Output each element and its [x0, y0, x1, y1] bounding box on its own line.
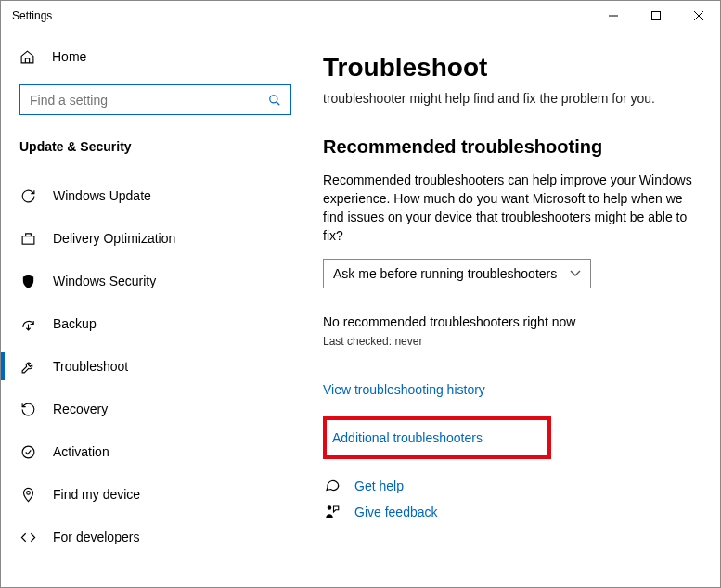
section-text: Recommended troubleshooters can help imp… — [323, 171, 692, 246]
chevron-down-icon — [570, 270, 581, 277]
developer-icon — [19, 530, 36, 545]
sidebar-item-label: Windows Security — [53, 274, 156, 288]
sidebar-item-label: Recovery — [53, 402, 108, 416]
sidebar-item-label: Delivery Optimization — [53, 231, 175, 246]
window-controls — [592, 1, 720, 31]
get-help-link[interactable]: Get help — [354, 479, 404, 493]
sync-icon — [19, 188, 36, 204]
delivery-icon — [19, 231, 36, 247]
backup-icon — [19, 316, 36, 332]
svg-point-4 — [270, 95, 277, 102]
sidebar-item-for-developers[interactable]: For developers — [1, 516, 310, 558]
svg-point-9 — [328, 505, 332, 510]
recovery-icon — [19, 402, 36, 417]
page-title: Troubleshoot — [323, 53, 692, 83]
search-input[interactable] — [30, 93, 268, 108]
sidebar-item-label: Troubleshoot — [53, 359, 128, 374]
status-text: No recommended troubleshooters right now — [323, 314, 692, 329]
last-checked-text: Last checked: never — [323, 335, 692, 348]
additional-troubleshooters-link[interactable]: Additional troubleshooters — [332, 430, 483, 445]
sidebar-item-windows-update[interactable]: Windows Update — [1, 174, 310, 217]
home-label: Home — [52, 49, 86, 64]
sidebar-item-label: For developers — [53, 530, 139, 544]
sidebar-item-label: Activation — [53, 444, 109, 459]
sidebar: Home Update & Security Windows Update De… — [1, 31, 310, 587]
category-header: Update & Security — [1, 115, 310, 161]
sidebar-item-find-my-device[interactable]: Find my device — [1, 473, 310, 516]
highlighted-box: Additional troubleshooters — [323, 416, 551, 459]
sidebar-item-troubleshoot[interactable]: Troubleshoot — [1, 345, 310, 388]
window-title: Settings — [12, 9, 52, 22]
maximize-button[interactable] — [635, 1, 677, 31]
sidebar-item-backup[interactable]: Backup — [1, 302, 310, 345]
get-help-row[interactable]: Get help — [323, 478, 692, 494]
give-feedback-link[interactable]: Give feedback — [354, 505, 438, 519]
shield-icon — [19, 274, 36, 289]
sidebar-item-activation[interactable]: Activation — [1, 430, 310, 473]
minimize-button[interactable] — [592, 1, 635, 31]
sidebar-item-label: Windows Update — [53, 188, 151, 203]
location-icon — [19, 487, 36, 503]
sidebar-item-windows-security[interactable]: Windows Security — [1, 260, 310, 302]
sidebar-item-recovery[interactable]: Recovery — [1, 388, 310, 430]
sidebar-item-label: Backup — [53, 316, 97, 331]
home-nav[interactable]: Home — [1, 36, 310, 77]
titlebar: Settings — [1, 1, 720, 31]
section-heading: Recommended troubleshooting — [323, 136, 692, 158]
svg-point-8 — [26, 491, 30, 494]
wrench-icon — [19, 359, 36, 375]
feedback-icon — [323, 504, 341, 520]
history-link[interactable]: View troubleshooting history — [323, 382, 485, 397]
svg-line-5 — [277, 101, 280, 105]
check-circle-icon — [19, 444, 36, 460]
sidebar-item-label: Find my device — [53, 487, 140, 502]
svg-rect-1 — [652, 12, 661, 20]
search-icon — [268, 94, 281, 107]
intro-text: troubleshooter might help find and fix t… — [323, 90, 692, 109]
give-feedback-row[interactable]: Give feedback — [323, 504, 692, 520]
svg-point-7 — [22, 446, 34, 458]
troubleshoot-preference-dropdown[interactable]: Ask me before running troubleshooters — [323, 259, 591, 288]
search-box[interactable] — [19, 84, 291, 115]
dropdown-value: Ask me before running troubleshooters — [333, 266, 557, 281]
home-icon — [19, 49, 35, 65]
sidebar-item-delivery-optimization[interactable]: Delivery Optimization — [1, 217, 310, 260]
svg-rect-6 — [22, 236, 34, 243]
close-button[interactable] — [677, 1, 720, 31]
main-content: Troubleshoot troubleshooter might help f… — [310, 31, 720, 587]
chat-icon — [323, 478, 341, 494]
